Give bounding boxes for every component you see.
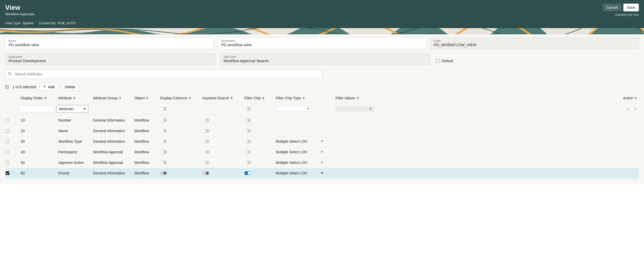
cancel-button[interactable]: Cancel [603, 4, 621, 11]
filter-display-order-input[interactable] [19, 105, 55, 113]
filter-chip-toggle[interactable] [244, 107, 251, 111]
row-checkbox[interactable] [6, 140, 9, 143]
description-label: Description [221, 39, 423, 42]
confirm-icon[interactable] [626, 107, 630, 111]
row-checkbox[interactable] [6, 150, 9, 154]
taskflow-label: Task Flow [223, 55, 427, 58]
col-action[interactable]: Action [621, 96, 639, 100]
attribute-group-value: Workflow Approval [93, 150, 123, 154]
select-indeterminate-checkbox[interactable] [5, 85, 9, 89]
table-row[interactable]: 10 Number General Information Workflow [5, 115, 639, 126]
attribute-group-value: General Information [93, 139, 125, 143]
table-row[interactable]: 40 Participants Workflow Approval Workfl… [5, 147, 639, 157]
filter-chip-type-select[interactable]: Multiple Select LOV [276, 150, 325, 154]
keyword-search-toggle[interactable] [202, 129, 209, 133]
filter-chip-toggle[interactable] [244, 161, 251, 164]
filter-attribute-select[interactable]: Attributes [56, 105, 88, 113]
filter-chip-toggle[interactable] [244, 140, 251, 143]
filter-display-col-toggle[interactable] [160, 107, 167, 111]
attribute-value: Approver Action [58, 161, 84, 165]
filter-values-select[interactable] [335, 106, 374, 111]
delete-button[interactable]: Delete [61, 83, 78, 91]
sort-icon [73, 97, 75, 99]
keyword-search-toggle[interactable] [202, 150, 209, 154]
name-field-card[interactable]: Name [5, 37, 214, 49]
filter-row: Attributes [5, 103, 639, 115]
col-attribute-group[interactable]: Attribute Group [91, 96, 132, 100]
filter-chip-type-select[interactable]: Multiple Select LOV [276, 171, 325, 175]
filter-chip-toggle[interactable] [244, 150, 251, 154]
display-columns-toggle[interactable] [160, 171, 167, 175]
display-columns-toggle[interactable] [160, 140, 167, 143]
add-button[interactable]: Add [40, 83, 58, 91]
col-display-columns[interactable]: Display Columns [158, 96, 200, 100]
default-checkbox[interactable] [436, 59, 439, 63]
object-value: Workflow [134, 139, 149, 143]
search-input[interactable] [5, 69, 322, 79]
row-checkbox[interactable] [6, 129, 9, 133]
row-checkbox[interactable] [6, 171, 9, 175]
col-display-order[interactable]: Display Order [19, 96, 56, 100]
keyword-search-toggle[interactable] [202, 118, 209, 122]
keyword-search-toggle[interactable] [202, 171, 209, 175]
page-title: View [5, 4, 35, 12]
filter-chip-type-select[interactable]: Multiple Select LOV [276, 161, 325, 165]
meta-created-by-label: Created By [39, 21, 56, 25]
col-filter-values[interactable]: Filter Values [333, 96, 621, 100]
display-order-value: 30 [21, 139, 25, 143]
object-value: Workflow [134, 129, 149, 133]
filter-chip-toggle[interactable] [244, 129, 251, 133]
filter-chip-toggle[interactable] [244, 118, 251, 122]
add-label: Add [48, 85, 54, 89]
taskflow-field-card: Task Flow Workflow Approval Search [220, 53, 431, 65]
filter-chip-type-value: Multiple Select LOV [276, 150, 308, 154]
table-row[interactable]: 20 Name General Information Workflow [5, 126, 639, 136]
display-order-value: 40 [21, 150, 25, 154]
display-columns-toggle[interactable] [160, 118, 167, 122]
display-columns-toggle[interactable] [160, 161, 167, 164]
filter-chip-type-select[interactable]: Multiple Select LOV [276, 139, 325, 143]
filter-chip-toggle[interactable] [244, 171, 251, 175]
table-row[interactable]: 50 Approver Action Workflow Approval Wor… [5, 157, 639, 168]
sort-icon [635, 97, 637, 99]
selected-count: 1 of 6 selected [12, 85, 36, 89]
display-order-value: 60 [21, 171, 25, 175]
updated-text: Updated just now [603, 13, 639, 17]
display-columns-toggle[interactable] [160, 150, 167, 154]
table-row[interactable]: 30 Workflow Type General Information Wor… [5, 136, 639, 147]
sort-icon [357, 97, 359, 99]
attribute-value: Workflow Type [58, 139, 82, 143]
display-columns-toggle[interactable] [160, 129, 167, 133]
row-checkbox[interactable] [6, 161, 9, 164]
code-field-card: Code PD_WORKFLOW_VIEW [430, 37, 639, 49]
default-label: Default [442, 59, 453, 63]
table-row[interactable]: 60 Priority General Information Workflow… [5, 168, 639, 179]
col-object[interactable]: Object [132, 96, 158, 100]
row-checkbox[interactable] [6, 118, 9, 122]
save-button[interactable]: Save [623, 4, 639, 11]
attribute-group-value: General Information [93, 171, 125, 175]
sort-icon [189, 97, 191, 99]
col-filter-chip-type[interactable]: Filter Chip Type [274, 96, 333, 100]
col-attribute[interactable]: Attribute [56, 96, 91, 100]
col-keyword-search[interactable]: Keyword Search [200, 96, 242, 100]
description-field-card[interactable]: Description [218, 37, 426, 49]
description-input[interactable] [221, 43, 423, 47]
keyword-search-toggle[interactable] [202, 140, 209, 143]
name-input[interactable] [9, 43, 210, 47]
attribute-group-value: Workflow Approval [93, 161, 123, 165]
keyword-search-toggle[interactable] [202, 161, 209, 164]
attribute-group-value: General Information [93, 129, 125, 133]
object-value: Workflow [134, 150, 149, 154]
filter-chip-type-value: Multiple Select LOV [276, 139, 308, 143]
meta-created-by: Created By PLM_AUTO [39, 21, 76, 25]
close-icon[interactable] [634, 107, 637, 111]
col-filter-chip[interactable]: Filter Chip [242, 96, 274, 100]
object-value: Workflow [134, 161, 149, 165]
name-label: Name [9, 39, 210, 42]
meta-view-type-label: View Type [5, 21, 21, 25]
filter-chip-type-select[interactable] [276, 106, 312, 111]
page-header: View Workflow Approvals Cancel Save Upda… [0, 0, 644, 28]
application-field-card: Application Product Development [5, 53, 216, 65]
chevron-down-icon [83, 108, 86, 110]
